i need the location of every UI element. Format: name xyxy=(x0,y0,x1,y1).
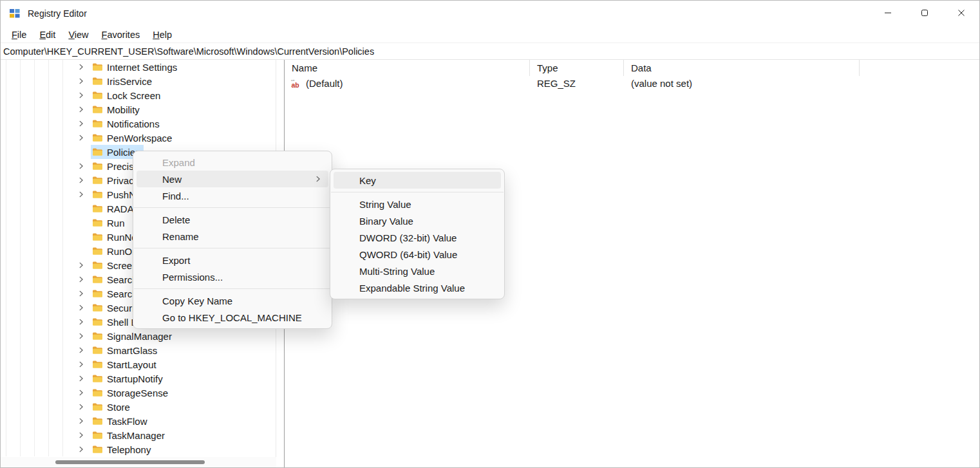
tree-item-smartglass[interactable]: SmartGlass xyxy=(1,343,276,357)
tree-item-penworkspace[interactable]: PenWorkspace xyxy=(1,131,276,145)
address-path: Computer\HKEY_CURRENT_USER\Software\Micr… xyxy=(3,46,374,57)
chevron-right-icon[interactable] xyxy=(77,173,91,187)
submenu-item-string-value[interactable]: String Value xyxy=(334,196,501,212)
context-menu-item-delete[interactable]: Delete xyxy=(137,211,328,228)
context-menu-item-label: Export xyxy=(162,255,190,266)
submenu-item-expandable-string-value[interactable]: Expandable String Value xyxy=(334,279,501,296)
context-menu-item-export[interactable]: Export xyxy=(137,252,328,268)
chevron-right-icon[interactable] xyxy=(77,60,91,74)
tree-item-content: Notifications xyxy=(91,117,163,131)
submenu-item-qword-64-bit-value[interactable]: QWORD (64-bit) Value xyxy=(334,246,501,263)
tree-item-content: StorageSense xyxy=(91,386,171,400)
folder-icon xyxy=(92,346,103,355)
folder-icon xyxy=(92,431,103,440)
chevron-right-icon[interactable] xyxy=(77,315,91,329)
chevron-right-icon[interactable] xyxy=(77,386,91,400)
folder-icon xyxy=(92,417,103,426)
tree-item-taskmanager[interactable]: TaskManager xyxy=(1,428,276,442)
submenu-item-multi-string-value[interactable]: Multi-String Value xyxy=(334,263,501,279)
chevron-right-icon[interactable] xyxy=(77,329,91,343)
tree-item-startlayout[interactable]: StartLayout xyxy=(1,357,276,371)
chevron-right-icon[interactable] xyxy=(77,102,91,117)
menubar-file[interactable]: File xyxy=(5,30,33,40)
folder-icon xyxy=(92,176,103,185)
folder-icon xyxy=(92,247,103,256)
chevron-right-icon[interactable] xyxy=(77,187,91,201)
tree-item-content: StartupNotify xyxy=(91,371,166,386)
submenu-item-label: Key xyxy=(359,175,376,186)
chevron-right-icon[interactable] xyxy=(77,131,91,145)
value-row[interactable]: “”ab(Default)REG_SZ(value not set) xyxy=(285,76,979,91)
chevron-right-icon[interactable] xyxy=(77,74,91,88)
context-menu-item-permissions[interactable]: Permissions... xyxy=(137,268,328,285)
tree-item-label: StartupNotify xyxy=(107,373,163,384)
maximize-button[interactable] xyxy=(906,1,943,26)
tree-item-signalmanager[interactable]: SignalManager xyxy=(1,329,276,343)
tree-item-label: PenWorkspace xyxy=(107,133,172,144)
menubar-favorites[interactable]: Favorites xyxy=(95,30,147,40)
submenu-item-dword-32-bit-value[interactable]: DWORD (32-bit) Value xyxy=(334,229,501,246)
tree-item-store[interactable]: Store xyxy=(1,400,276,414)
folder-icon xyxy=(92,275,103,284)
menubar-help[interactable]: Help xyxy=(146,30,178,40)
chevron-right-icon[interactable] xyxy=(77,428,91,442)
menubar-view[interactable]: View xyxy=(62,30,95,40)
tree-item-content: PenWorkspace xyxy=(91,131,175,145)
chevron-right-icon[interactable] xyxy=(77,258,91,272)
tree-item-content: Telephony xyxy=(91,442,154,456)
context-menu-item-new[interactable]: New xyxy=(137,171,328,187)
chevron-right-icon[interactable] xyxy=(77,301,91,315)
tree-item-label: SignalManager xyxy=(107,331,172,342)
column-header-data[interactable]: Data xyxy=(624,60,860,76)
context-menu-item-copy-key-name[interactable]: Copy Key Name xyxy=(137,292,328,309)
chevron-right-icon[interactable] xyxy=(77,117,91,131)
chevron-right-icon[interactable] xyxy=(77,414,91,428)
folder-icon xyxy=(92,218,103,227)
tree-item-lock-screen[interactable]: Lock Screen xyxy=(1,88,276,102)
menubar-edit[interactable]: Edit xyxy=(33,30,62,40)
horizontal-scrollbar[interactable] xyxy=(1,457,276,467)
tree-item-notifications[interactable]: Notifications xyxy=(1,117,276,131)
minimize-button[interactable] xyxy=(869,1,906,26)
tree-item-label: StorageSense xyxy=(107,388,168,398)
submenu-item-binary-value[interactable]: Binary Value xyxy=(334,212,501,229)
chevron-right-icon[interactable] xyxy=(77,357,91,371)
chevron-right-icon[interactable] xyxy=(77,286,91,301)
folder-icon xyxy=(92,374,103,383)
context-menu-item-go-to-hkey-local-machine[interactable]: Go to HKEY_LOCAL_MACHINE xyxy=(137,309,328,326)
close-button[interactable] xyxy=(943,1,979,26)
tree-item-internet-settings[interactable]: Internet Settings xyxy=(1,60,276,74)
tree-item-label: TaskManager xyxy=(107,430,165,441)
submenu-item-label: Binary Value xyxy=(359,216,413,227)
folder-icon xyxy=(92,317,103,326)
tree-item-label: Mobility xyxy=(107,104,140,115)
tree-item-telephony[interactable]: Telephony xyxy=(1,442,276,456)
chevron-right-icon[interactable] xyxy=(77,272,91,286)
submenu-item-label: String Value xyxy=(359,199,411,210)
submenu-item-label: DWORD (32-bit) Value xyxy=(359,232,457,243)
folder-icon xyxy=(92,445,103,454)
tree-item-mobility[interactable]: Mobility xyxy=(1,102,276,117)
address-bar[interactable]: Computer\HKEY_CURRENT_USER\Software\Micr… xyxy=(1,42,979,60)
tree-item-label: Lock Screen xyxy=(107,90,160,101)
submenu-item-key[interactable]: Key xyxy=(334,172,501,189)
chevron-right-icon[interactable] xyxy=(77,371,91,386)
tree-item-storagesense[interactable]: StorageSense xyxy=(1,386,276,400)
tree-item-irisservice[interactable]: IrisService xyxy=(1,74,276,88)
tree-item-taskflow[interactable]: TaskFlow xyxy=(1,414,276,428)
context-menu-item-label: Permissions... xyxy=(162,272,223,283)
horizontal-scrollbar-thumb[interactable] xyxy=(55,460,205,464)
string-value-icon: “”ab xyxy=(290,79,302,88)
chevron-right-icon[interactable] xyxy=(77,159,91,173)
context-menu-item-rename[interactable]: Rename xyxy=(137,228,328,245)
tree-item-content: IrisService xyxy=(91,74,155,88)
tree-item-startupnotify[interactable]: StartupNotify xyxy=(1,371,276,386)
chevron-right-icon[interactable] xyxy=(77,400,91,414)
column-header-type[interactable]: Type xyxy=(530,60,624,76)
chevron-right-icon[interactable] xyxy=(77,442,91,456)
column-header-name[interactable]: Name xyxy=(285,60,530,76)
column-header-filler xyxy=(860,60,979,76)
chevron-right-icon[interactable] xyxy=(77,88,91,102)
context-menu-item-find[interactable]: Find... xyxy=(137,187,328,204)
chevron-right-icon[interactable] xyxy=(77,343,91,357)
